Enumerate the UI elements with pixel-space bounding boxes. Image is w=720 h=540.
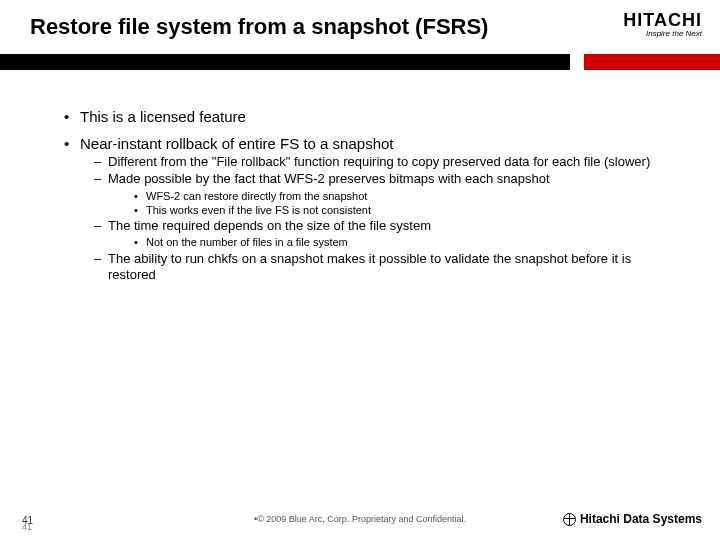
list-item: Not on the number of files in a file sys… [134, 235, 680, 249]
globe-icon [563, 513, 576, 526]
footer-brand-text: Hitachi Data Systems [580, 512, 702, 526]
bullet-list: This is a licensed feature Near-instant … [64, 108, 680, 283]
list-item: The time required depends on the size of… [94, 218, 680, 250]
footer: 41 41 •© 2009 Blue Arc, Corp. Proprietar… [0, 506, 720, 530]
list-item-text: The time required depends on the size of… [108, 218, 431, 233]
brand-name: HITACHI [623, 10, 702, 31]
header-divider [0, 54, 720, 70]
list-item: WFS-2 can restore directly from the snap… [134, 189, 680, 203]
divider-black [0, 54, 570, 70]
list-item: Near-instant rollback of entire FS to a … [64, 135, 680, 283]
sub-sub-list: WFS-2 can restore directly from the snap… [134, 189, 680, 218]
brand-logo: HITACHI Inspire the Next [623, 10, 702, 38]
sub-sub-list: Not on the number of files in a file sys… [134, 235, 680, 249]
slide: Restore file system from a snapshot (FSR… [0, 0, 720, 540]
list-item: The ability to run chkfs on a snapshot m… [94, 251, 680, 284]
list-item: Different from the "File rollback" funct… [94, 154, 680, 170]
content-body: This is a licensed feature Near-instant … [64, 98, 680, 289]
footer-brand: Hitachi Data Systems [563, 512, 702, 526]
list-item: Made possible by the fact that WFS-2 pre… [94, 171, 680, 217]
header: Restore file system from a snapshot (FSR… [0, 0, 720, 70]
sub-list: Different from the "File rollback" funct… [94, 154, 680, 283]
list-item-text: Made possible by the fact that WFS-2 pre… [108, 171, 550, 186]
list-item: This is a licensed feature [64, 108, 680, 125]
page-title: Restore file system from a snapshot (FSR… [30, 14, 488, 40]
divider-gap [570, 54, 584, 70]
list-item-text: Near-instant rollback of entire FS to a … [80, 135, 394, 152]
list-item: This works even if the live FS is not co… [134, 203, 680, 217]
divider-red [584, 54, 720, 70]
